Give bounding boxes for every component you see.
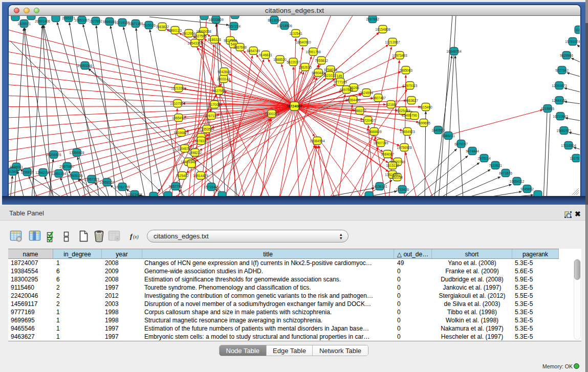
svg-text:16154808: 16154808 [375,28,390,31]
svg-text:10973493: 10973493 [392,54,407,57]
svg-text:12213967: 12213967 [385,40,400,44]
svg-text:2803144: 2803144 [217,77,230,81]
svg-text:6966160: 6966160 [103,20,116,24]
svg-text:10688609: 10688609 [366,130,382,134]
svg-text:6497568: 6497568 [340,88,353,92]
svg-text:9829966: 9829966 [560,54,573,57]
svg-text:15716485: 15716485 [204,185,219,189]
svg-text:1156819: 1156819 [20,170,34,174]
svg-text:19384554: 19384554 [310,139,325,143]
svg-text:10961758: 10961758 [306,50,321,54]
svg-text:1498222: 1498222 [188,151,202,155]
svg-text:20206576: 20206576 [46,153,61,157]
svg-text:2087682: 2087682 [366,17,379,21]
svg-text:7632621: 7632621 [489,164,502,167]
svg-text:12093873: 12093873 [552,84,567,87]
svg-text:2935114: 2935114 [477,157,491,160]
svg-text:10958107: 10958107 [99,181,115,184]
svg-text:8813054: 8813054 [268,18,281,22]
svg-text:10671355: 10671355 [128,22,143,26]
svg-text:9245652: 9245652 [520,187,534,191]
svg-text:7986372: 7986372 [353,109,366,113]
svg-text:10046786: 10046786 [177,147,192,150]
svg-text:7357224: 7357224 [227,25,241,28]
svg-text:10025433: 10025433 [395,109,410,113]
svg-text:12942737: 12942737 [35,171,51,174]
svg-text:(x): (x) [133,234,139,240]
svg-text:18724007: 18724007 [286,104,302,108]
svg-text:10653287: 10653287 [74,18,90,22]
svg-text:5822037: 5822037 [287,60,300,64]
svg-text:8878332: 8878332 [194,139,208,143]
svg-text:16120746: 16120746 [390,160,405,164]
svg-text:7625402: 7625402 [176,174,189,178]
svg-text:1527602: 1527602 [89,19,102,23]
svg-text:17016504: 17016504 [561,144,576,147]
svg-text:15720407: 15720407 [360,119,376,122]
svg-text:62160: 62160 [386,103,396,106]
svg-text:8427552: 8427552 [212,89,226,93]
svg-text:17359928: 17359928 [69,151,84,155]
svg-text:10107554: 10107554 [170,102,185,105]
svg-text:7955812: 7955812 [315,59,328,62]
svg-text:16033809: 16033809 [208,18,224,21]
svg-text:19756928: 19756928 [397,146,412,149]
svg-text:16782759: 16782759 [115,185,130,189]
svg-text:9699695: 9699695 [417,121,430,125]
svg-text:145: 145 [336,74,342,78]
svg-text:17957223: 17957223 [84,178,99,181]
svg-text:13353594: 13353594 [199,127,214,131]
svg-text:8454749: 8454749 [247,49,260,53]
svg-text:7663822: 7663822 [156,25,169,29]
svg-text:10807487: 10807487 [371,96,386,100]
svg-text:1965492: 1965492 [172,116,185,120]
svg-text:10654112: 10654112 [510,180,525,183]
svg-text:19654923: 19654923 [400,130,415,134]
svg-text:11451194: 11451194 [52,172,67,176]
svg-text:15226058: 15226058 [196,30,211,33]
svg-text:9474444: 9474444 [466,149,479,153]
svg-text:15495796: 15495796 [402,114,417,117]
svg-text:9327508: 9327508 [224,39,237,42]
svg-text:16543362: 16543362 [187,41,203,45]
svg-text:9857791: 9857791 [169,185,182,188]
svg-text:12975115: 12975115 [403,84,418,87]
svg-text:7515526: 7515526 [142,24,156,27]
svg-text:1615112: 1615112 [386,164,399,167]
svg-text:21053346: 21053346 [77,64,93,68]
svg-text:1588520: 1588520 [273,58,287,61]
svg-text:3624554: 3624554 [360,91,373,95]
svg-text:9389231: 9389231 [442,134,455,138]
svg-text:417006: 417006 [209,103,220,106]
svg-text:8215955: 8215955 [541,107,554,111]
svg-text:9084067: 9084067 [381,152,394,156]
svg-text:1132541: 1132541 [289,32,302,35]
svg-text:29975867: 29975867 [59,165,75,168]
svg-text:8471676: 8471676 [499,171,512,175]
svg-text:2095371: 2095371 [62,16,75,20]
svg-text:1362615: 1362615 [298,65,312,69]
svg-text:8960123: 8960123 [168,29,182,32]
svg-text:1405571: 1405571 [17,22,31,26]
svg-text:1621022: 1621022 [323,74,336,77]
svg-text:12213369: 12213369 [171,86,186,90]
svg-text:1733426: 1733426 [396,188,409,191]
svg-text:1640953: 1640953 [431,128,445,132]
svg-text:8186328: 8186328 [208,38,221,41]
svg-text:252254: 252254 [391,176,403,179]
svg-text:9463627: 9463627 [405,99,418,102]
svg-text:12505135: 12505135 [68,174,83,178]
svg-text:16210643: 16210643 [553,115,568,118]
svg-text:12444151: 12444151 [552,99,567,102]
svg-text:9835061: 9835061 [10,165,23,169]
svg-text:3267110: 3267110 [205,114,218,118]
svg-text:6794028: 6794028 [324,68,337,72]
svg-text:16914479: 16914479 [193,174,208,178]
svg-text:9327506: 9327506 [193,34,207,38]
svg-text:20691406: 20691406 [35,19,50,23]
svg-text:1112: 1112 [575,28,580,32]
svg-text:9115460: 9115460 [419,105,432,109]
svg-text:6679197: 6679197 [454,142,468,146]
svg-text:16648784: 16648784 [446,50,462,53]
svg-text:1167531: 1167531 [570,157,580,160]
